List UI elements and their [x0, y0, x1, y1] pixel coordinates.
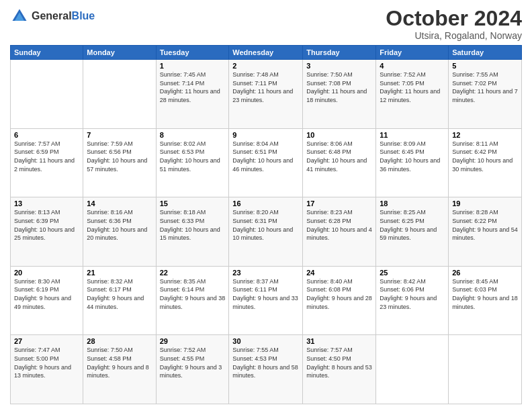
calendar-cell: 18 Sunrise: 8:25 AM Sunset: 6:25 PM Dayl…	[376, 197, 449, 267]
day-info: Sunrise: 7:50 AM Sunset: 7:08 PM Dayligh…	[306, 71, 372, 104]
daylight: Daylight: 10 hours and 4 minutes.	[306, 226, 372, 242]
sunrise: Sunrise: 8:28 AM	[452, 209, 498, 216]
sunrise: Sunrise: 8:13 AM	[14, 209, 60, 216]
sunrise: Sunrise: 8:42 AM	[380, 278, 426, 285]
calendar-cell: 30 Sunrise: 7:55 AM Sunset: 4:53 PM Dayl…	[229, 335, 303, 404]
sunrise: Sunrise: 8:32 AM	[87, 278, 133, 285]
calendar-cell: 6 Sunrise: 7:57 AM Sunset: 6:59 PM Dayli…	[11, 128, 83, 197]
calendar-cell: 10 Sunrise: 8:06 AM Sunset: 6:48 PM Dayl…	[303, 128, 376, 197]
daylight: Daylight: 10 hours and 36 minutes.	[380, 157, 440, 173]
calendar-cell: 27 Sunrise: 7:47 AM Sunset: 5:00 PM Dayl…	[11, 335, 83, 404]
sunset: Sunset: 4:58 PM	[87, 355, 132, 362]
day-info: Sunrise: 8:11 AM Sunset: 6:42 PM Dayligh…	[452, 140, 518, 173]
day-number: 2	[232, 62, 299, 70]
sunrise: Sunrise: 7:50 AM	[87, 347, 133, 353]
day-number: 5	[452, 62, 518, 70]
daylight: Daylight: 10 hours and 41 minutes.	[306, 157, 367, 173]
calendar-table: SundayMondayTuesdayWednesdayThursdayFrid…	[10, 45, 522, 404]
weekday-header: Thursday	[303, 46, 376, 60]
calendar-cell: 8 Sunrise: 8:02 AM Sunset: 6:53 PM Dayli…	[156, 128, 229, 197]
daylight: Daylight: 9 hours and 59 minutes.	[380, 226, 437, 242]
calendar-cell: 24 Sunrise: 8:40 AM Sunset: 6:08 PM Dayl…	[303, 266, 376, 335]
sunrise: Sunrise: 8:23 AM	[306, 209, 353, 216]
logo-text: GeneralBlue	[32, 10, 95, 22]
day-number: 22	[160, 269, 226, 277]
sunrise: Sunrise: 8:37 AM	[232, 278, 279, 285]
daylight: Daylight: 9 hours and 23 minutes.	[380, 295, 437, 310]
calendar-cell: 9 Sunrise: 8:04 AM Sunset: 6:51 PM Dayli…	[229, 128, 303, 197]
sunset: Sunset: 6:03 PM	[452, 286, 497, 293]
title-area: October 2024 Utsira, Rogaland, Norway	[386, 7, 522, 41]
sunset: Sunset: 6:45 PM	[380, 148, 425, 155]
day-number: 10	[306, 131, 372, 139]
sunrise: Sunrise: 8:30 AM	[14, 278, 60, 285]
daylight: Daylight: 9 hours and 49 minutes.	[14, 295, 71, 310]
calendar-week-row: 13 Sunrise: 8:13 AM Sunset: 6:39 PM Dayl…	[11, 197, 522, 267]
daylight: Daylight: 11 hours and 2 minutes.	[14, 157, 75, 173]
page: GeneralBlue October 2024 Utsira, Rogalan…	[0, 0, 532, 411]
sunrise: Sunrise: 8:40 AM	[306, 278, 353, 285]
daylight: Daylight: 10 hours and 15 minutes.	[160, 226, 220, 242]
day-number: 13	[14, 199, 79, 208]
sunset: Sunset: 4:50 PM	[306, 355, 351, 362]
day-number: 8	[160, 131, 226, 139]
calendar-cell: 17 Sunrise: 8:23 AM Sunset: 6:28 PM Dayl…	[303, 197, 376, 267]
sunset: Sunset: 7:14 PM	[160, 80, 205, 87]
weekday-header: Wednesday	[229, 46, 303, 60]
weekday-header: Friday	[376, 46, 449, 60]
logo: GeneralBlue	[10, 7, 95, 26]
daylight: Daylight: 9 hours and 44 minutes.	[87, 295, 144, 310]
sunset: Sunset: 6:42 PM	[452, 148, 497, 155]
day-info: Sunrise: 7:57 AM Sunset: 6:59 PM Dayligh…	[14, 140, 79, 173]
month-title: October 2024	[386, 7, 522, 30]
sunset: Sunset: 7:08 PM	[306, 80, 351, 87]
calendar-cell: 3 Sunrise: 7:50 AM Sunset: 7:08 PM Dayli…	[303, 60, 376, 129]
logo-icon	[10, 7, 29, 26]
day-number: 27	[14, 337, 79, 345]
sunset: Sunset: 6:59 PM	[14, 148, 59, 155]
daylight: Daylight: 9 hours and 18 minutes.	[452, 295, 518, 310]
weekday-header-row: SundayMondayTuesdayWednesdayThursdayFrid…	[11, 46, 522, 60]
day-number: 28	[87, 337, 152, 345]
daylight: Daylight: 8 hours and 58 minutes.	[232, 364, 298, 379]
sunrise: Sunrise: 7:52 AM	[160, 347, 206, 353]
day-number: 25	[380, 269, 445, 277]
sunset: Sunset: 6:36 PM	[87, 218, 132, 224]
day-info: Sunrise: 8:30 AM Sunset: 6:19 PM Dayligh…	[14, 277, 79, 311]
sunset: Sunset: 7:02 PM	[452, 80, 497, 87]
sunset: Sunset: 4:55 PM	[160, 355, 205, 362]
day-info: Sunrise: 7:59 AM Sunset: 6:56 PM Dayligh…	[87, 140, 152, 173]
daylight: Daylight: 10 hours and 30 minutes.	[452, 157, 513, 173]
calendar-cell: 31 Sunrise: 7:57 AM Sunset: 4:50 PM Dayl…	[303, 335, 376, 404]
weekday-header: Saturday	[449, 46, 522, 60]
day-info: Sunrise: 7:47 AM Sunset: 5:00 PM Dayligh…	[14, 346, 79, 379]
day-info: Sunrise: 8:02 AM Sunset: 6:53 PM Dayligh…	[160, 140, 226, 173]
sunrise: Sunrise: 8:35 AM	[160, 278, 206, 285]
calendar-cell: 1 Sunrise: 7:45 AM Sunset: 7:14 PM Dayli…	[156, 60, 229, 129]
sunrise: Sunrise: 8:02 AM	[160, 140, 206, 147]
sunset: Sunset: 6:28 PM	[306, 218, 351, 224]
calendar-cell: 5 Sunrise: 7:55 AM Sunset: 7:02 PM Dayli…	[449, 60, 522, 129]
sunset: Sunset: 7:11 PM	[232, 80, 277, 87]
sunrise: Sunrise: 8:18 AM	[160, 209, 206, 216]
sunset: Sunset: 6:22 PM	[452, 218, 497, 224]
day-info: Sunrise: 8:18 AM Sunset: 6:33 PM Dayligh…	[160, 208, 226, 242]
daylight: Daylight: 10 hours and 10 minutes.	[232, 226, 293, 242]
logo-blue: Blue	[72, 10, 95, 21]
daylight: Daylight: 9 hours and 28 minutes.	[306, 295, 372, 310]
daylight: Daylight: 11 hours and 28 minutes.	[160, 88, 220, 103]
day-info: Sunrise: 8:16 AM Sunset: 6:36 PM Dayligh…	[87, 208, 152, 242]
daylight: Daylight: 9 hours and 54 minutes.	[452, 226, 518, 242]
sunrise: Sunrise: 8:45 AM	[452, 278, 498, 285]
sunset: Sunset: 6:33 PM	[160, 218, 205, 224]
sunset: Sunset: 6:48 PM	[306, 148, 351, 155]
day-number: 18	[380, 199, 445, 208]
sunset: Sunset: 6:11 PM	[232, 286, 277, 293]
day-info: Sunrise: 7:48 AM Sunset: 7:11 PM Dayligh…	[232, 71, 299, 104]
daylight: Daylight: 10 hours and 46 minutes.	[232, 157, 293, 173]
sunrise: Sunrise: 8:09 AM	[380, 140, 426, 147]
calendar-week-row: 1 Sunrise: 7:45 AM Sunset: 7:14 PM Dayli…	[11, 60, 522, 129]
day-info: Sunrise: 8:28 AM Sunset: 6:22 PM Dayligh…	[452, 208, 518, 242]
day-number: 3	[306, 62, 372, 70]
calendar-cell: 26 Sunrise: 8:45 AM Sunset: 6:03 PM Dayl…	[449, 266, 522, 335]
